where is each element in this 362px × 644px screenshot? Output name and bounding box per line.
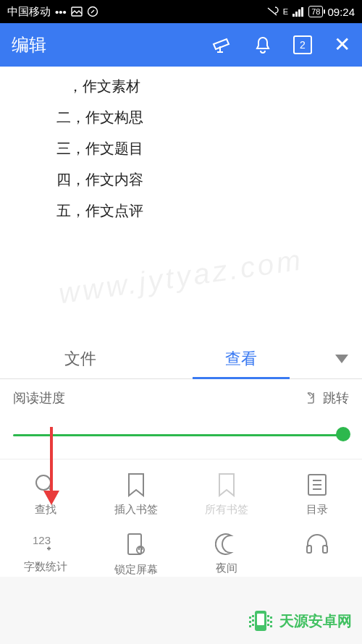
telescope-icon[interactable] bbox=[211, 35, 232, 54]
tab-file[interactable]: 文件 bbox=[0, 339, 161, 378]
slider-thumb[interactable] bbox=[336, 427, 350, 441]
net-label: E bbox=[283, 7, 288, 16]
progress-slider[interactable] bbox=[13, 427, 349, 441]
content-line: 二，作文构思 bbox=[0, 102, 362, 133]
svg-rect-26 bbox=[270, 621, 272, 623]
svg-rect-21 bbox=[252, 624, 254, 626]
content-line: 四，作文内容 bbox=[0, 164, 362, 195]
svg-rect-4 bbox=[298, 9, 300, 17]
svg-rect-12 bbox=[323, 546, 327, 553]
tool-audio[interactable] bbox=[272, 533, 362, 577]
brand-logo-icon bbox=[248, 608, 274, 634]
close-icon[interactable]: ✕ bbox=[334, 35, 350, 55]
tool-night-mode[interactable]: 夜间 bbox=[181, 533, 272, 577]
svg-rect-25 bbox=[270, 617, 272, 619]
slider-track bbox=[13, 434, 349, 436]
svg-rect-27 bbox=[270, 625, 272, 627]
svg-rect-17 bbox=[249, 621, 251, 623]
carrier-label: 中国移动 bbox=[7, 5, 51, 19]
svg-rect-22 bbox=[267, 615, 269, 617]
svg-rect-20 bbox=[252, 619, 254, 622]
tab-collapse-icon[interactable] bbox=[321, 355, 362, 363]
toc-icon bbox=[306, 473, 328, 497]
svg-rect-23 bbox=[267, 619, 269, 622]
lock-icon bbox=[126, 533, 146, 557]
brand-text: 天源安卓网 bbox=[279, 611, 352, 631]
site-brand: 天源安卓网 bbox=[248, 608, 352, 634]
document-content[interactable]: ，作文素材 二，作文构思 三，作文题目 四，作文内容 五，作文点评 bbox=[0, 67, 362, 339]
signal-icon bbox=[292, 7, 304, 17]
headphone-icon bbox=[305, 533, 329, 556]
svg-text:123: 123 bbox=[33, 534, 51, 546]
svg-rect-3 bbox=[295, 12, 298, 17]
content-line: ，作文素材 bbox=[0, 71, 362, 102]
compass-icon bbox=[87, 6, 98, 17]
toolbar-title[interactable]: 编辑 bbox=[12, 33, 46, 56]
clock-label: 09:24 bbox=[327, 6, 355, 18]
tool-toc[interactable]: 目录 bbox=[272, 473, 362, 517]
battery-indicator: 78 bbox=[308, 6, 323, 17]
panel-tabs: 文件 查看 bbox=[0, 339, 362, 379]
tool-word-count[interactable]: 123 字数统计 bbox=[0, 533, 90, 577]
tool-all-bookmarks: 所有书签 bbox=[181, 473, 272, 517]
svg-rect-16 bbox=[249, 617, 251, 619]
jump-button[interactable]: 跳转 bbox=[306, 389, 349, 407]
svg-rect-24 bbox=[267, 624, 269, 626]
content-line: 五，作文点评 bbox=[0, 195, 362, 226]
tool-lock-screen[interactable]: 锁定屏幕 bbox=[90, 533, 181, 577]
tab-view[interactable]: 查看 bbox=[161, 339, 321, 378]
vibrate-icon bbox=[266, 6, 279, 17]
picture-icon bbox=[71, 6, 83, 17]
page-count-badge[interactable]: 2 bbox=[293, 35, 312, 54]
jump-icon bbox=[306, 391, 319, 404]
bookmark-all-icon bbox=[216, 473, 237, 497]
svg-rect-19 bbox=[252, 615, 254, 617]
annotation-arrow-icon bbox=[41, 427, 62, 507]
progress-label: 阅读进度 bbox=[13, 389, 65, 407]
tool-insert-bookmark[interactable]: 插入书签 bbox=[90, 473, 181, 517]
status-bar: 中国移动 ••• E 78 09:24 bbox=[0, 0, 362, 23]
app-toolbar: 编辑 2 ✕ bbox=[0, 23, 362, 67]
svg-rect-18 bbox=[249, 625, 251, 627]
moon-icon bbox=[215, 533, 238, 556]
bell-icon[interactable] bbox=[254, 35, 272, 54]
svg-rect-9 bbox=[128, 534, 141, 554]
svg-rect-15 bbox=[257, 614, 264, 625]
svg-rect-11 bbox=[307, 546, 311, 553]
count-icon: 123 bbox=[33, 533, 59, 554]
svg-rect-2 bbox=[292, 14, 295, 17]
menu-dots: ••• bbox=[55, 6, 67, 18]
content-line: 三，作文题目 bbox=[0, 133, 362, 164]
svg-rect-5 bbox=[301, 7, 303, 17]
bookmark-icon bbox=[126, 473, 146, 497]
